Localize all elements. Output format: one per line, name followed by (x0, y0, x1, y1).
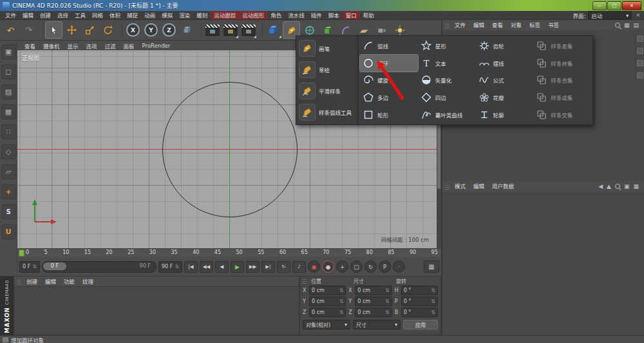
spline-cogwheel-item[interactable]: 齿轮 (476, 37, 534, 55)
size-z-field[interactable]: 0 cm⇅ (355, 308, 392, 317)
sound-button[interactable]: ♪ (292, 261, 306, 273)
panel-grip-icon[interactable] (302, 278, 307, 284)
material-list[interactable] (14, 287, 299, 335)
menu-window[interactable]: 窗口 (343, 11, 360, 19)
record-pla-button[interactable]: · (393, 260, 405, 273)
loop-button[interactable]: ↻ (277, 261, 290, 273)
spline-cycloid-item[interactable]: 摆线 (476, 55, 534, 72)
play-button[interactable]: ▶ (231, 261, 244, 273)
layout-close-icon[interactable]: ✕ (634, 12, 641, 18)
menu-render[interactable]: 渲染 (176, 11, 193, 19)
history-back-icon[interactable]: ◀ (598, 183, 603, 190)
timeline-ruler[interactable]: 0 5 10 15 20 25 30 35 40 45 50 55 60 65 … (17, 248, 441, 257)
menu-simulate[interactable]: 模拟 (158, 11, 176, 19)
titlebar[interactable]: CINEMA 4D R20.026 Studio (RC - R20) - [未… (0, 0, 644, 11)
close-button[interactable]: ✕ (622, 1, 641, 10)
points-mode-button[interactable]: ∷ (1, 124, 16, 139)
prev-key-button[interactable]: ◀◀ (200, 261, 213, 273)
record-parameter-button[interactable]: P (379, 260, 391, 273)
maximize-button[interactable]: ▢ (607, 1, 621, 10)
panel-grip-icon[interactable] (445, 184, 450, 190)
menu-snap[interactable]: 捕捉 (124, 11, 141, 19)
lock-icon[interactable]: ▣ (624, 183, 630, 190)
menu-volume[interactable]: 体积 (106, 11, 124, 19)
end-frame-field[interactable]: 90 F ⇅ (158, 261, 182, 273)
size-y-field[interactable]: 0 cm⇅ (355, 297, 392, 306)
search-icon[interactable] (615, 184, 620, 189)
vp-menu-prorender[interactable]: ProRender (138, 43, 175, 49)
panel-grid-icon[interactable]: ▦ (624, 22, 630, 28)
am-menu-edit[interactable]: 编辑 (469, 182, 488, 191)
scrollbar-handle[interactable] (437, 117, 440, 189)
om-menu-bookmarks[interactable]: 书签 (544, 21, 563, 30)
menu-plugins[interactable]: 插件 (308, 11, 325, 19)
enable-axis-button[interactable]: + (1, 184, 16, 199)
pos-z-field[interactable]: 0 cm⇅ (309, 308, 346, 317)
am-menu-mode[interactable]: 模式 (451, 182, 469, 191)
add-cube-button[interactable] (265, 21, 282, 39)
menu-help[interactable]: 帮助 (360, 11, 377, 19)
record-position-button[interactable]: + (336, 260, 348, 273)
polygons-mode-button[interactable]: ▱ (1, 164, 16, 179)
interface-dropdown[interactable]: 启动 ▾ (588, 11, 632, 19)
menu-sculpt[interactable]: 雕刻 (193, 11, 211, 19)
viewport-solo-button[interactable]: S (1, 204, 16, 219)
menu-animate[interactable]: 动画 (141, 11, 158, 19)
material-menu-create[interactable]: 创建 (23, 277, 41, 286)
pen-tool-item[interactable]: 画笔 (298, 37, 357, 59)
material-menu-edit[interactable]: 编辑 (41, 277, 60, 286)
spline-arc-item[interactable]: 弧线 (360, 37, 418, 55)
panel-grip-icon[interactable] (17, 279, 21, 284)
range-slider-handle[interactable]: 0 F (43, 262, 66, 270)
undo-button[interactable]: ↶ (2, 21, 19, 39)
lock-z-axis-button[interactable]: Z (160, 21, 178, 39)
spline-vectorizer-item[interactable]: 矢量化 (418, 72, 476, 89)
timeline-range-slider[interactable]: 0 F 90 F (42, 261, 156, 273)
menu-select[interactable]: 选择 (54, 11, 71, 19)
spinner-arrows-icon[interactable]: ⇅ (32, 264, 37, 270)
spline-intersect-item[interactable]: 样条交集 (533, 106, 591, 123)
menu-mograph[interactable]: 运动图形 (239, 11, 267, 19)
menu-script[interactable]: 脚本 (325, 11, 343, 19)
keyframe-selection-button[interactable]: ▦ (424, 260, 439, 273)
record-scale-button[interactable]: □ (350, 260, 363, 273)
search-icon[interactable] (615, 23, 620, 28)
menu-file[interactable]: 文件 (2, 11, 19, 19)
next-key-button[interactable]: ▶▶ (246, 261, 260, 273)
enable-snap-button[interactable]: U (1, 224, 16, 239)
current-frame-field[interactable]: 0 F ⇅ (19, 261, 40, 273)
pos-y-field[interactable]: 0 cm⇅ (309, 297, 346, 306)
minimize-button[interactable]: — (592, 1, 607, 10)
menu-create[interactable]: 创建 (37, 11, 54, 19)
record-keyframe-button[interactable]: ● (308, 260, 320, 273)
model-mode-button[interactable]: ◻ (1, 64, 16, 79)
menu-edit[interactable]: 编辑 (19, 11, 37, 19)
spline-arc-tool-item[interactable]: 样条弧线工具 (298, 101, 357, 122)
menu-motion-tracker[interactable]: 运动跟踪 (211, 11, 239, 19)
attribute-manager-body[interactable] (442, 191, 644, 335)
coordinate-system-button[interactable] (178, 21, 196, 39)
spline-flower-item[interactable]: 花瓣 (476, 89, 534, 106)
record-rotation-button[interactable]: ↻ (365, 260, 377, 273)
material-menu-function[interactable]: 功能 (60, 277, 79, 286)
vp-menu-filter[interactable]: 过滤 (101, 42, 120, 50)
panel-grip-icon[interactable] (445, 23, 450, 28)
spline-smooth-tool-item[interactable]: 平滑样条 (298, 80, 357, 101)
redo-button[interactable]: ↷ (20, 21, 37, 39)
rot-b-field[interactable]: 0 °⇅ (401, 308, 438, 317)
panel-list-icon[interactable]: ▤ (633, 22, 639, 28)
size-x-field[interactable]: 0 cm⇅ (355, 286, 392, 295)
edges-mode-button[interactable]: ◇ (1, 144, 16, 159)
prev-frame-button[interactable]: ◀ (215, 261, 229, 273)
apply-button[interactable]: 应用 (403, 320, 438, 329)
autokey-button[interactable]: ● (322, 260, 334, 273)
menu-character[interactable]: 角色 (267, 11, 285, 19)
om-menu-file[interactable]: 文件 (451, 21, 469, 30)
menu-pipeline[interactable]: 流水线 (285, 11, 308, 19)
workplane-mode-button[interactable]: ▦ (1, 104, 16, 119)
rot-p-field[interactable]: 0 °⇅ (401, 297, 438, 306)
sketch-tool-item[interactable]: 草绘 (298, 59, 357, 80)
dock-tab-icon[interactable] (637, 48, 643, 54)
lock-y-axis-button[interactable]: Y (142, 21, 160, 39)
texture-mode-button[interactable]: ▨ (1, 84, 16, 99)
